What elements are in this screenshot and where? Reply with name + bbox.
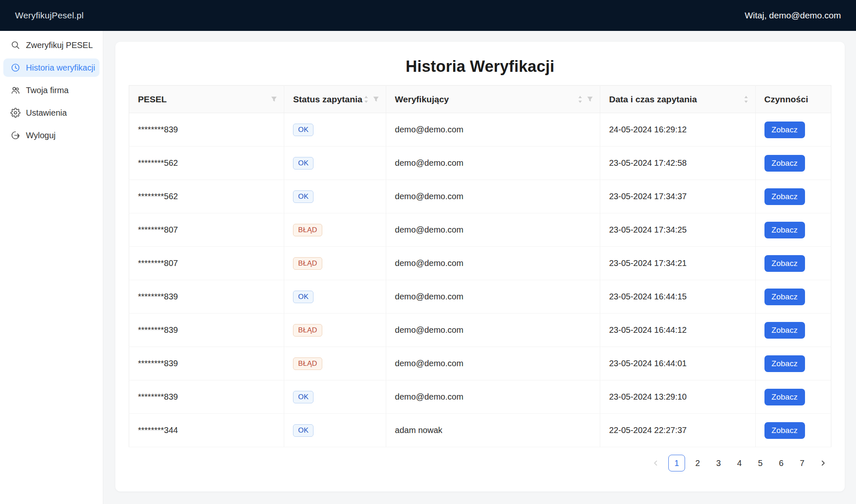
page-title: Historia Weryfikacji: [129, 57, 831, 76]
verifier-cell: demo@demo.com: [386, 347, 600, 380]
table-row: ********839 BŁĄD demo@demo.com 23-05-202…: [129, 347, 831, 380]
sort-icon[interactable]: [744, 95, 749, 104]
table-row: ********807 BŁĄD demo@demo.com 23-05-202…: [129, 213, 831, 247]
verifier-cell: demo@demo.com: [386, 314, 600, 347]
status-cell: BŁĄD: [284, 314, 386, 347]
company-icon: [10, 85, 20, 95]
sidebar-item-label: Historia weryfikacji: [26, 63, 95, 73]
column-label: Czynności: [764, 94, 808, 104]
date-cell: 23-05-2024 17:34:21: [600, 247, 755, 280]
column-header-verifier: Weryfikujący: [386, 86, 600, 113]
sort-icon[interactable]: [364, 95, 369, 104]
logout-icon: [10, 130, 20, 140]
table-row: ********344 OK adam nowak 22-05-2024 22:…: [129, 414, 831, 447]
table-row: ********562 OK demo@demo.com 23-05-2024 …: [129, 180, 831, 213]
sidebar-item[interactable]: Wyloguj: [3, 126, 99, 144]
pesel-cell: ********839: [129, 280, 284, 314]
pesel-cell: ********807: [129, 247, 284, 280]
pesel-cell: ********344: [129, 414, 284, 447]
sidebar-item[interactable]: Ustawienia: [3, 104, 99, 122]
filter-icon[interactable]: [271, 96, 277, 102]
table-row: ********807 BŁĄD demo@demo.com 23-05-202…: [129, 247, 831, 280]
pagination-page[interactable]: 5: [752, 455, 769, 471]
pagination: 1 2 3 4 5 6 7: [129, 455, 831, 471]
status-badge: OK: [293, 291, 313, 303]
actions-cell: Zobacz: [755, 113, 831, 147]
actions-cell: Zobacz: [755, 247, 831, 280]
status-badge: OK: [293, 190, 313, 203]
sidebar-item[interactable]: Twoja firma: [3, 81, 99, 99]
brand-logo[interactable]: WeryfikujPesel.pl: [15, 10, 84, 20]
settings-icon: [10, 108, 20, 118]
table-row: ********839 BŁĄD demo@demo.com 23-05-202…: [129, 314, 831, 347]
view-button[interactable]: Zobacz: [764, 355, 805, 372]
status-cell: OK: [284, 147, 386, 180]
status-badge: OK: [293, 124, 313, 136]
sort-icon[interactable]: [578, 95, 583, 104]
status-cell: BŁĄD: [284, 213, 386, 247]
view-button[interactable]: Zobacz: [764, 255, 805, 272]
column-header-pesel: PESEL: [129, 86, 284, 113]
table-row: ********839 OK demo@demo.com 23-05-2024 …: [129, 380, 831, 414]
date-cell: 23-05-2024 13:29:10: [600, 380, 755, 414]
table-row: ********839 OK demo@demo.com 23-05-2024 …: [129, 280, 831, 314]
status-badge: OK: [293, 391, 313, 403]
column-label: Data i czas zapytania: [609, 94, 697, 104]
sidebar-item[interactable]: Historia weryfikacji: [3, 58, 99, 77]
pagination-next-icon[interactable]: [815, 455, 831, 471]
main-content: Historia Weryfikacji PESEL: [103, 31, 856, 504]
actions-cell: Zobacz: [755, 180, 831, 213]
status-badge: BŁĄD: [293, 324, 322, 337]
status-badge: BŁĄD: [293, 357, 322, 370]
actions-cell: Zobacz: [755, 314, 831, 347]
history-icon: [10, 63, 20, 73]
sidebar-item[interactable]: Zweryfikuj PESEL: [3, 36, 99, 54]
status-cell: BŁĄD: [284, 347, 386, 380]
view-button[interactable]: Zobacz: [764, 222, 805, 238]
pagination-page[interactable]: 2: [689, 455, 706, 471]
view-button[interactable]: Zobacz: [764, 122, 805, 138]
status-cell: OK: [284, 113, 386, 147]
pagination-page[interactable]: 6: [773, 455, 790, 471]
date-cell: 23-05-2024 17:42:58: [600, 147, 755, 180]
actions-cell: Zobacz: [755, 380, 831, 414]
column-label: Status zapytania: [293, 94, 362, 104]
status-cell: BŁĄD: [284, 247, 386, 280]
user-greeting: Witaj, demo@demo.com: [745, 10, 841, 20]
pagination-page[interactable]: 1: [668, 455, 685, 471]
view-button[interactable]: Zobacz: [764, 289, 805, 305]
actions-cell: Zobacz: [755, 414, 831, 447]
column-header-actions: Czynności: [755, 86, 831, 113]
pesel-cell: ********839: [129, 113, 284, 147]
table-row: ********562 OK demo@demo.com 23-05-2024 …: [129, 147, 831, 180]
verifier-cell: demo@demo.com: [386, 180, 600, 213]
view-button[interactable]: Zobacz: [764, 422, 805, 439]
sidebar-item-label: Zweryfikuj PESEL: [26, 41, 93, 50]
view-button[interactable]: Zobacz: [764, 322, 805, 339]
date-cell: 23-05-2024 16:44:12: [600, 314, 755, 347]
column-label: PESEL: [138, 94, 167, 104]
filter-icon[interactable]: [587, 96, 593, 102]
status-cell: OK: [284, 280, 386, 314]
view-button[interactable]: Zobacz: [764, 155, 805, 172]
status-badge: BŁĄD: [293, 257, 322, 270]
filter-icon[interactable]: [373, 96, 379, 102]
verifier-cell: adam nowak: [386, 414, 600, 447]
status-cell: OK: [284, 380, 386, 414]
table-row: ********839 OK demo@demo.com 24-05-2024 …: [129, 113, 831, 147]
pagination-page[interactable]: 4: [731, 455, 748, 471]
verifier-cell: demo@demo.com: [386, 380, 600, 414]
date-cell: 22-05-2024 22:27:37: [600, 414, 755, 447]
view-button[interactable]: Zobacz: [764, 389, 805, 405]
status-cell: OK: [284, 180, 386, 213]
actions-cell: Zobacz: [755, 213, 831, 247]
pagination-page[interactable]: 7: [794, 455, 810, 471]
table-header-row: PESEL Status zapytania: [129, 86, 831, 113]
pagination-prev-icon: [647, 455, 664, 471]
sidebar-item-label: Wyloguj: [26, 131, 56, 140]
history-table: PESEL Status zapytania: [129, 85, 831, 447]
pagination-page[interactable]: 3: [710, 455, 727, 471]
actions-cell: Zobacz: [755, 280, 831, 314]
view-button[interactable]: Zobacz: [764, 188, 805, 205]
pesel-cell: ********839: [129, 380, 284, 414]
